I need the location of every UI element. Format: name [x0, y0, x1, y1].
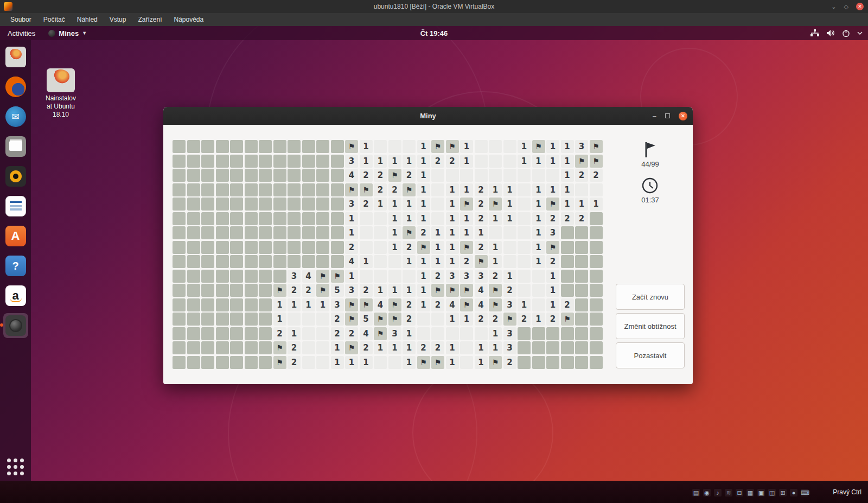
cell-r11-c15[interactable]: 1: [374, 284, 387, 297]
cell-r9-c16[interactable]: [388, 255, 401, 268]
cell-r15-c10[interactable]: [302, 341, 315, 354]
cell-r9-c26[interactable]: 1: [532, 255, 545, 268]
cell-r10-c25[interactable]: [518, 270, 531, 283]
cell-r13-c22[interactable]: 2: [475, 313, 488, 326]
cell-r5-c20[interactable]: 1: [446, 198, 459, 211]
cell-r2-c14[interactable]: 1: [360, 155, 373, 168]
cell-r7-c12[interactable]: [331, 226, 344, 239]
cell-r9-c6[interactable]: [245, 255, 258, 268]
cell-r7-c14[interactable]: [360, 226, 373, 239]
cell-r10-c13[interactable]: 1: [345, 270, 358, 283]
cell-r12-c16[interactable]: ⚑: [388, 298, 401, 311]
recording-icon[interactable]: ◫: [768, 489, 776, 496]
cell-r4-c26[interactable]: 1: [532, 183, 545, 196]
cell-r16-c12[interactable]: 1: [331, 356, 344, 369]
cell-r10-c22[interactable]: 3: [475, 270, 488, 283]
cell-r7-c26[interactable]: 1: [532, 226, 545, 239]
cell-r16-c2[interactable]: [187, 356, 200, 369]
cell-r16-c14[interactable]: 1: [360, 356, 373, 369]
cell-r7-c19[interactable]: 1: [431, 226, 444, 239]
cell-r10-c3[interactable]: [201, 270, 214, 283]
cell-r11-c5[interactable]: [230, 284, 243, 297]
cell-r5-c18[interactable]: 1: [417, 198, 430, 211]
cell-r3-c13[interactable]: 4: [345, 169, 358, 182]
cell-r3-c22[interactable]: [475, 169, 488, 182]
cell-r5-c5[interactable]: [230, 198, 243, 211]
cell-r13-c15[interactable]: ⚑: [374, 313, 387, 326]
cell-r9-c5[interactable]: [230, 255, 243, 268]
window-maximize-icon[interactable]: [665, 113, 670, 118]
cell-r6-c8[interactable]: [273, 212, 286, 225]
cell-r8-c7[interactable]: [259, 241, 272, 254]
cell-r5-c19[interactable]: [431, 198, 444, 211]
cell-r4-c1[interactable]: [173, 183, 186, 196]
cell-r1-c30[interactable]: ⚑: [590, 140, 603, 153]
cell-r8-c25[interactable]: [518, 241, 531, 254]
cell-r9-c15[interactable]: [374, 255, 387, 268]
cell-r14-c23[interactable]: 1: [489, 327, 502, 340]
cell-r7-c11[interactable]: [316, 226, 329, 239]
cell-r13-c9[interactable]: [288, 313, 301, 326]
cell-r1-c16[interactable]: [388, 140, 401, 153]
cell-r6-c26[interactable]: 1: [532, 212, 545, 225]
cell-r1-c4[interactable]: [216, 140, 229, 153]
cell-r2-c1[interactable]: [173, 155, 186, 168]
cell-r10-c20[interactable]: 3: [446, 270, 459, 283]
cell-r10-c11[interactable]: ⚑: [316, 270, 329, 283]
dock-item-rhythmbox[interactable]: [3, 164, 28, 189]
cell-r8-c18[interactable]: ⚑: [417, 241, 430, 254]
cell-r11-c28[interactable]: [561, 284, 574, 297]
cell-r3-c10[interactable]: [302, 169, 315, 182]
cell-r2-c30[interactable]: ⚑: [590, 155, 603, 168]
cell-r10-c14[interactable]: [360, 270, 373, 283]
cell-r7-c23[interactable]: [489, 226, 502, 239]
cell-r1-c19[interactable]: ⚑: [431, 140, 444, 153]
cell-r9-c13[interactable]: 4: [345, 255, 358, 268]
hdd-icon[interactable]: ▤: [692, 489, 700, 496]
cell-r7-c30[interactable]: [590, 226, 603, 239]
cell-r10-c27[interactable]: 1: [546, 270, 559, 283]
cell-r3-c7[interactable]: [259, 169, 272, 182]
cell-r7-c16[interactable]: 1: [388, 226, 401, 239]
cell-r2-c9[interactable]: [288, 155, 301, 168]
cell-r13-c8[interactable]: 1: [273, 313, 286, 326]
cell-r9-c27[interactable]: 2: [546, 255, 559, 268]
cell-r6-c10[interactable]: [302, 212, 315, 225]
cell-r4-c12[interactable]: [331, 183, 344, 196]
cell-r5-c4[interactable]: [216, 198, 229, 211]
cell-r16-c24[interactable]: 2: [503, 356, 516, 369]
cell-r7-c2[interactable]: [187, 226, 200, 239]
cell-r13-c12[interactable]: 2: [331, 313, 344, 326]
menu-soubor[interactable]: Soubor: [5, 14, 36, 25]
cell-r1-c14[interactable]: 1: [360, 140, 373, 153]
cell-r2-c28[interactable]: 1: [561, 155, 574, 168]
cell-r1-c26[interactable]: ⚑: [532, 140, 545, 153]
cell-r4-c22[interactable]: 2: [475, 183, 488, 196]
cell-r7-c18[interactable]: 2: [417, 226, 430, 239]
cell-r13-c5[interactable]: [230, 313, 243, 326]
cell-r11-c29[interactable]: [575, 284, 588, 297]
pause-button[interactable]: Pozastavit: [616, 342, 685, 368]
cell-r14-c13[interactable]: 2: [345, 327, 358, 340]
cell-r16-c1[interactable]: [173, 356, 186, 369]
cell-r16-c15[interactable]: [374, 356, 387, 369]
cell-r5-c11[interactable]: [316, 198, 329, 211]
cell-r5-c22[interactable]: 2: [475, 198, 488, 211]
cell-r7-c15[interactable]: [374, 226, 387, 239]
cell-r8-c4[interactable]: [216, 241, 229, 254]
cell-r13-c18[interactable]: [417, 313, 430, 326]
cell-r4-c21[interactable]: 1: [460, 183, 473, 196]
cell-r16-c28[interactable]: [561, 356, 574, 369]
cell-r15-c25[interactable]: [518, 341, 531, 354]
cell-r14-c27[interactable]: [546, 327, 559, 340]
menu-pocitac[interactable]: Počítač: [39, 14, 70, 25]
cell-r3-c5[interactable]: [230, 169, 243, 182]
cell-r4-c24[interactable]: 1: [503, 183, 516, 196]
cell-r11-c11[interactable]: ⚑: [316, 284, 329, 297]
cell-r16-c17[interactable]: 1: [403, 356, 416, 369]
cell-r13-c6[interactable]: [245, 313, 258, 326]
cell-r12-c23[interactable]: ⚑: [489, 298, 502, 311]
cell-r12-c26[interactable]: [532, 298, 545, 311]
cell-r9-c25[interactable]: [518, 255, 531, 268]
cell-r13-c20[interactable]: 1: [446, 313, 459, 326]
